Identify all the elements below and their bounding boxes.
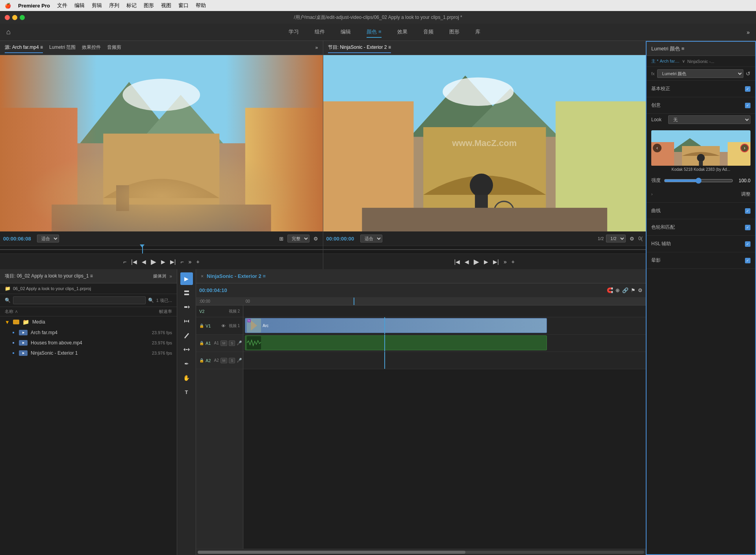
program-tab-main[interactable]: 节目: NinjaSonic - Exterior 2 ≡ (328, 43, 391, 53)
menu-window[interactable]: 窗口 (178, 2, 189, 9)
nav-assembly[interactable]: 组件 (315, 27, 325, 38)
clip-dropdown-arrow[interactable]: ∨ (682, 59, 685, 64)
menu-file[interactable]: 文件 (57, 2, 67, 9)
source-settings-button[interactable]: ⚙ (312, 235, 320, 242)
tool-ripple-edit[interactable] (180, 301, 193, 313)
minimize-button[interactable] (12, 15, 17, 20)
reset-button[interactable]: ↺ (746, 70, 750, 77)
video-clip-arch[interactable]: fx Arc (245, 318, 547, 333)
source-more-controls[interactable]: » (189, 259, 192, 265)
file-item-arch[interactable]: ▶ Arch far.mp4 23.976 fps (0, 327, 177, 338)
track-a2-s-button[interactable]: S (229, 358, 235, 363)
menu-clip[interactable]: 剪辑 (92, 2, 102, 9)
menu-sequence[interactable]: 序列 (109, 2, 119, 9)
timeline-close-button[interactable]: × (201, 274, 204, 279)
source-scrubber[interactable] (0, 246, 323, 253)
source-mark-out[interactable]: ⌐ (180, 259, 183, 265)
source-mark-in[interactable]: ⌐ (123, 259, 126, 265)
timeline-magnet-icon[interactable]: 🧲 (607, 287, 613, 293)
apple-menu[interactable]: 🍎 (5, 3, 11, 9)
nav-learn[interactable]: 学习 (289, 27, 299, 38)
nav-audio[interactable]: 音频 (423, 27, 434, 38)
menu-marker[interactable]: 标记 (126, 2, 137, 9)
track-v1-lock[interactable]: 🔒 (199, 324, 204, 328)
program-step-back-large[interactable]: |◀ (454, 259, 460, 265)
tool-pen[interactable]: ✒ (180, 357, 193, 370)
source-step-back[interactable]: ◀ (142, 259, 146, 265)
menu-help[interactable]: 帮助 (196, 2, 206, 9)
program-step-forward[interactable]: ▶ (484, 259, 488, 265)
menu-edit[interactable]: 编辑 (74, 2, 85, 9)
media-folder-item[interactable]: ▼ 📁 Media (0, 316, 177, 327)
effect-dropdown[interactable]: Lumetri 颜色 (657, 69, 743, 78)
source-add-marker[interactable]: + (196, 259, 199, 265)
adjust-expand-icon[interactable]: › (651, 192, 652, 196)
timeline-scroll-track[interactable] (198, 551, 644, 554)
program-fit-dropdown[interactable]: 适合 (360, 235, 382, 242)
home-button[interactable]: ⌂ (6, 28, 11, 36)
source-timecode[interactable]: 00:00:06:08 (3, 236, 35, 242)
program-more-controls[interactable]: » (504, 259, 507, 265)
nav-graphics[interactable]: 图形 (449, 27, 460, 38)
track-a1-lock[interactable]: 🔒 (199, 341, 204, 345)
menu-graphics[interactable]: 图形 (144, 2, 154, 9)
track-a1-s-button[interactable]: S (229, 340, 235, 346)
program-add-marker[interactable]: + (511, 259, 515, 265)
tool-rate-stretch[interactable] (180, 315, 193, 327)
source-tab-effects[interactable]: 效果控件 (82, 43, 101, 53)
nav-effects[interactable]: 效果 (397, 27, 408, 38)
program-play[interactable]: ▶ (474, 257, 479, 266)
timeline-markers-icon[interactable]: ⚑ (631, 287, 636, 293)
project-more-button[interactable]: » (169, 274, 172, 279)
nav-color[interactable]: 颜色 ≡ (367, 27, 381, 38)
nav-edit[interactable]: 编辑 (341, 27, 351, 38)
tool-hand[interactable]: ✋ (180, 372, 193, 384)
media-browser-tab[interactable]: 媒体浏 (153, 273, 166, 279)
file-item-ninjasonic[interactable]: ▶ NinjaSonic - Exterior 1 23.976 fps (0, 348, 177, 358)
program-quality-dropdown[interactable]: 1/2 (606, 235, 626, 242)
source-tab-lumetri[interactable]: Lumetri 范围 (49, 43, 76, 53)
basic-correction-checkbox[interactable]: ✓ (745, 86, 750, 92)
navbar-more-button[interactable]: » (747, 29, 750, 35)
program-timecode[interactable]: 00:00:00:00 (326, 236, 358, 242)
look-prev-button[interactable]: ‹ (653, 144, 662, 152)
timeline-link-icon[interactable]: 🔗 (622, 287, 628, 293)
creative-checkbox[interactable]: ✓ (745, 103, 750, 108)
track-a2-lock[interactable]: 🔒 (199, 358, 204, 363)
colorwheels-checkbox[interactable]: ✓ (745, 225, 750, 230)
track-a1-m-button[interactable]: M (220, 340, 228, 346)
track-v1-eye-icon[interactable]: 👁 (221, 324, 226, 328)
program-step-back[interactable]: ◀ (465, 259, 469, 265)
vignette-checkbox[interactable]: ✓ (745, 258, 750, 263)
source-step-forward[interactable]: ▶ (161, 259, 165, 265)
timeline-scrollbar[interactable] (196, 549, 646, 555)
source-insert-button[interactable]: ⊞ (278, 235, 285, 242)
source-panel-more[interactable]: » (315, 43, 318, 53)
search-input[interactable] (13, 296, 146, 304)
maximize-button[interactable] (20, 15, 25, 20)
look-next-button[interactable]: › (740, 144, 749, 152)
tool-track-select[interactable] (180, 287, 193, 299)
menu-view[interactable]: 视图 (161, 2, 171, 9)
program-settings-button[interactable]: ⚙ (628, 235, 636, 242)
tool-selection[interactable]: ▶ (180, 272, 193, 285)
program-scrubber[interactable] (323, 246, 646, 253)
intensity-slider[interactable] (664, 178, 733, 184)
source-step-forward-large[interactable]: ▶| (170, 259, 176, 265)
source-play[interactable]: ▶ (151, 257, 156, 266)
source-step-back-large[interactable]: |◀ (131, 259, 137, 265)
curves-checkbox[interactable]: ✓ (745, 208, 750, 214)
hsl-checkbox[interactable]: ✓ (745, 241, 750, 247)
source-tab-audio[interactable]: 音频剪 (107, 43, 121, 53)
nav-library[interactable]: 库 (475, 27, 480, 38)
source-fit-dropdown[interactable]: 适合 (37, 235, 59, 242)
track-a2-m-button[interactable]: M (220, 358, 228, 363)
tool-type[interactable]: T (180, 386, 193, 398)
timeline-scroll-thumb[interactable] (198, 551, 465, 554)
source-tab-main[interactable]: 源: Arch far.mp4 ≡ (5, 43, 43, 53)
timeline-timecode-display[interactable]: 00:00:04:10 (199, 287, 227, 293)
timeline-settings-icon[interactable]: ⚙ (638, 287, 643, 293)
tool-slip[interactable] (180, 343, 193, 356)
audio-clip-a1[interactable] (245, 335, 547, 350)
file-item-houses[interactable]: ▶ Houses from above.mp4 23.976 fps (0, 338, 177, 348)
